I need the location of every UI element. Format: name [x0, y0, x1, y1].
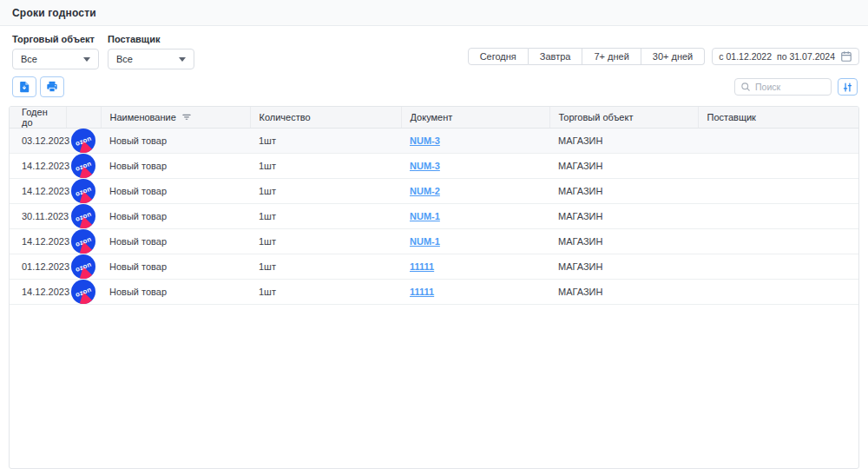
- store-name: МАГАЗИН: [558, 261, 602, 272]
- col-quantity[interactable]: Количество: [250, 107, 401, 129]
- file-export-icon: [18, 81, 30, 93]
- product-name-cell: Новый товар: [101, 229, 250, 254]
- document-link[interactable]: NUM-1: [410, 211, 440, 221]
- product-name-cell: Новый товар: [101, 179, 250, 204]
- quantity-cell: 1шт: [250, 129, 401, 154]
- page-header: Сроки годности: [0, 0, 868, 26]
- product-name: Новый товар: [109, 161, 167, 171]
- product-name: Новый товар: [109, 135, 167, 146]
- product-image-cell: ozon: [66, 204, 101, 229]
- col-store[interactable]: Торговый объект: [549, 107, 698, 129]
- supplier-cell: [698, 154, 858, 179]
- document-cell: 11111: [401, 280, 549, 305]
- supplier-cell: [698, 129, 858, 154]
- table-row[interactable]: 14.12.2023 ozon Новый товар 1шт NUM-3 МА…: [10, 154, 858, 179]
- document-cell: NUM-3: [401, 129, 549, 154]
- table-row[interactable]: 30.11.2023 ozon Новый товар 1шт NUM-1 МА…: [10, 204, 858, 229]
- ozon-logo-icon: ozon: [66, 154, 101, 178]
- expiry-date-cell: 14.12.2023: [10, 229, 66, 254]
- table-row[interactable]: 01.12.2023 ozon Новый товар 1шт 11111 МА…: [10, 254, 858, 280]
- quantity: 1шт: [259, 135, 276, 146]
- export-file-button[interactable]: [12, 76, 36, 97]
- col-supplier[interactable]: Поставщик: [698, 107, 858, 129]
- expiry-date: 14.12.2023: [22, 236, 69, 247]
- printer-icon: [46, 81, 58, 93]
- date-range-picker[interactable]: с 01.12.2022 по 31.07.2024: [712, 48, 859, 65]
- quick-range-30days-button[interactable]: 30+ дней: [641, 48, 705, 65]
- column-settings-button[interactable]: [838, 78, 858, 96]
- document-link[interactable]: NUM-2: [410, 186, 440, 196]
- store-name: МАГАЗИН: [558, 135, 602, 146]
- expiry-date: 01.12.2023: [22, 261, 69, 272]
- supplier-cell: [698, 280, 858, 305]
- document-link[interactable]: NUM-3: [410, 161, 440, 171]
- table-row[interactable]: 14.12.2023 ozon Новый товар 1шт NUM-2 МА…: [10, 179, 858, 204]
- store-cell: МАГАЗИН: [549, 179, 698, 204]
- expiry-date: 14.12.2023: [22, 161, 69, 171]
- expiry-date: 14.12.2023: [22, 287, 69, 297]
- product-name-cell: Новый товар: [101, 154, 250, 179]
- document-link[interactable]: NUM-3: [410, 135, 440, 146]
- supplier-cell: [698, 229, 858, 254]
- store-filter-select[interactable]: Все: [12, 49, 99, 69]
- document-cell: NUM-2: [401, 179, 549, 204]
- supplier-filter-label: Поставщик: [108, 34, 194, 44]
- quantity: 1шт: [259, 261, 276, 272]
- quick-range-today-button[interactable]: Сегодня: [468, 48, 529, 65]
- filter-controls: Торговый объект Все Поставщик Все: [12, 34, 194, 69]
- document-link[interactable]: 11111: [410, 287, 434, 297]
- expiry-table: Годен до Наименование Количество Докумен…: [9, 106, 859, 469]
- quick-range-button-group: Сегодня Завтра 7+ дней 30+ дней: [468, 48, 706, 65]
- quantity-cell: 1шт: [250, 280, 401, 305]
- search-icon: [740, 82, 751, 92]
- quantity-cell: 1шт: [250, 229, 401, 254]
- table-row[interactable]: 03.12.2023 ozon Новый товар 1шт NUM-3 МА…: [10, 129, 858, 154]
- filter-list-icon[interactable]: [181, 112, 192, 122]
- document-cell: NUM-1: [401, 204, 549, 229]
- product-name: Новый товар: [109, 211, 167, 221]
- store-name: МАГАЗИН: [558, 211, 602, 221]
- expiry-date: 14.12.2023: [22, 186, 69, 196]
- product-name-cell: Новый товар: [101, 254, 250, 280]
- document-cell: NUM-1: [401, 229, 549, 254]
- document-link[interactable]: 11111: [410, 261, 434, 272]
- expiry-date-cell: 03.12.2023: [10, 129, 66, 154]
- expiry-date-cell: 01.12.2023: [10, 254, 66, 280]
- store-cell: МАГАЗИН: [549, 254, 698, 280]
- col-document[interactable]: Документ: [401, 107, 549, 129]
- ozon-logo-icon: ozon: [66, 204, 101, 228]
- store-cell: МАГАЗИН: [549, 154, 698, 179]
- document-cell: 11111: [401, 254, 549, 280]
- quick-range-tomorrow-button[interactable]: Завтра: [529, 48, 583, 65]
- sliders-icon: [842, 82, 853, 93]
- col-product-image: [66, 107, 101, 129]
- supplier-cell: [698, 204, 858, 229]
- ozon-logo-icon: ozon: [66, 280, 101, 304]
- expiry-date-cell: 30.11.2023: [10, 204, 66, 229]
- table-row[interactable]: 14.12.2023 ozon Новый товар 1шт 11111 МА…: [10, 280, 858, 305]
- store-cell: МАГАЗИН: [549, 280, 698, 305]
- supplier-cell: [698, 254, 858, 280]
- product-name: Новый товар: [109, 287, 167, 297]
- quantity: 1шт: [259, 287, 276, 297]
- date-range-from: с 01.12.2022: [719, 51, 772, 62]
- store-filter-value: Все: [21, 54, 37, 64]
- table-row[interactable]: 14.12.2023 ozon Новый товар 1шт NUM-1 МА…: [10, 229, 858, 254]
- quantity: 1шт: [259, 161, 276, 171]
- chevron-down-icon: [179, 57, 186, 62]
- document-link[interactable]: NUM-1: [410, 236, 440, 247]
- quantity: 1шт: [259, 236, 276, 247]
- print-button[interactable]: [40, 76, 64, 97]
- supplier-filter-select[interactable]: Все: [108, 49, 194, 69]
- expiry-date: 03.12.2023: [22, 135, 69, 146]
- export-print-buttons: [12, 76, 64, 97]
- col-product-name[interactable]: Наименование: [101, 107, 250, 129]
- search-input[interactable]: [755, 82, 825, 92]
- filters-toolbar: Торговый объект Все Поставщик Все Сегодн…: [0, 26, 868, 69]
- product-image-cell: ozon: [66, 179, 101, 204]
- quantity: 1шт: [259, 211, 276, 221]
- col-expiry-date[interactable]: Годен до: [10, 107, 66, 129]
- page-title: Сроки годности: [12, 7, 96, 19]
- product-image-cell: ozon: [66, 154, 101, 179]
- quick-range-7days-button[interactable]: 7+ дней: [582, 48, 641, 65]
